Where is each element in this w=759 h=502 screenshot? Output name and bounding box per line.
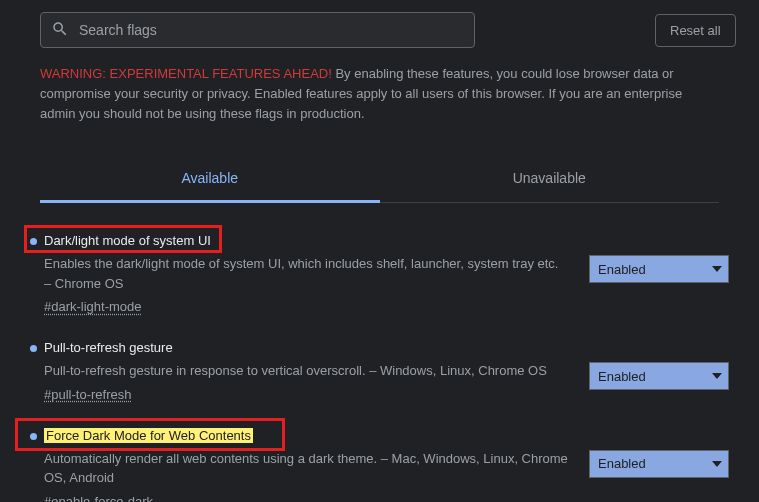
tab-unavailable[interactable]: Unavailable: [380, 158, 720, 203]
tabs: Available Unavailable: [40, 158, 719, 203]
reset-all-button[interactable]: Reset all: [655, 14, 736, 47]
flag-title: Dark/light mode of system UI: [44, 233, 211, 248]
search-input[interactable]: [79, 22, 464, 38]
search-box[interactable]: [40, 12, 475, 48]
tab-available[interactable]: Available: [40, 158, 380, 203]
flag-hash-link[interactable]: #enable-force-dark: [44, 494, 153, 502]
flag-select[interactable]: Enabled: [589, 362, 729, 390]
flag-row: Pull-to-refresh gesture Pull-to-refresh …: [30, 340, 729, 402]
flag-hash-link[interactable]: #pull-to-refresh: [44, 387, 131, 402]
warning-prefix: WARNING: EXPERIMENTAL FEATURES AHEAD!: [40, 66, 332, 81]
flag-description: Pull-to-refresh gesture in response to v…: [44, 361, 569, 381]
flag-description: Enables the dark/light mode of system UI…: [44, 254, 569, 293]
search-icon: [51, 20, 79, 41]
flag-row: Force Dark Mode for Web Contents Automat…: [30, 428, 729, 502]
flag-title: Pull-to-refresh gesture: [44, 340, 173, 355]
flag-description: Automatically render all web contents us…: [44, 449, 569, 488]
flag-select[interactable]: Enabled: [589, 450, 729, 478]
warning-banner: WARNING: EXPERIMENTAL FEATURES AHEAD! By…: [0, 60, 759, 138]
flag-select[interactable]: Enabled: [589, 255, 729, 283]
flag-title: Force Dark Mode for Web Contents: [44, 428, 253, 443]
flag-hash-link[interactable]: #dark-light-mode: [44, 299, 142, 314]
bullet-icon: [30, 433, 37, 440]
bullet-icon: [30, 345, 37, 352]
flag-row: Dark/light mode of system UI Enables the…: [30, 233, 729, 314]
bullet-icon: [30, 238, 37, 245]
